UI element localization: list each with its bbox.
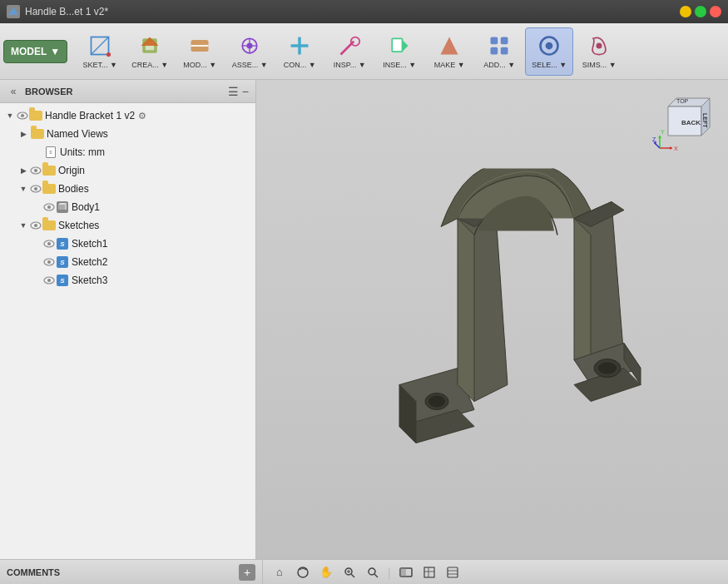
tree-item-sketch3[interactable]: S Sketch3: [30, 271, 255, 290]
toolbar-create-button[interactable]: CREA... ▼: [126, 27, 174, 76]
browser-header: « BROWSER ☰ −: [0, 80, 255, 103]
named-views-arrow: ▶: [17, 127, 30, 141]
svg-point-39: [34, 224, 37, 227]
select-label: SELE... ▼: [532, 62, 567, 70]
window-controls: [680, 6, 721, 17]
addins-label: ADD... ▼: [483, 62, 515, 70]
sketch3-sketch-icon: S: [55, 274, 70, 287]
toolbar-inspect-button[interactable]: INSP... ▼: [325, 27, 374, 76]
tree-item-named-views[interactable]: ▶ Named Views: [17, 125, 255, 143]
create-label: CREA... ▼: [131, 62, 168, 70]
sketch3-label: Sketch3: [72, 275, 107, 286]
view-options-button[interactable]: [443, 562, 463, 582]
toolbar-modify-button[interactable]: MOD... ▼: [176, 27, 224, 76]
svg-point-28: [21, 114, 24, 117]
toolbar-make-button[interactable]: MAKE ▼: [425, 27, 473, 76]
browser-tree: ▼ Handle Bracket 1 v2 ⚙ ▶ Named Views: [0, 103, 255, 559]
make-label: MAKE ▼: [434, 62, 465, 70]
orbit-button[interactable]: [293, 562, 313, 582]
body1-body-icon: [55, 200, 70, 214]
svg-point-30: [34, 169, 37, 172]
toolbar-select-button[interactable]: SELE... ▼: [525, 27, 573, 76]
tree-item-sketch2[interactable]: S Sketch2: [30, 253, 255, 271]
root-settings-icon[interactable]: ⚙: [138, 111, 146, 121]
toolbar-assemble-button[interactable]: ASSE... ▼: [225, 27, 274, 76]
units-label: Units: mm: [60, 146, 105, 158]
svg-point-25: [546, 42, 553, 50]
svg-point-34: [47, 205, 51, 209]
sketch2-label: Sketch2: [72, 256, 107, 268]
minimize-button[interactable]: [680, 6, 691, 17]
svg-rect-84: [424, 567, 434, 577]
toolbar: MODEL ▼ SKET... ▼ CREA... ▼: [0, 23, 728, 80]
named-views-label: Named Views: [47, 128, 108, 140]
toolbar-simulate-button[interactable]: SIMS... ▼: [575, 27, 623, 76]
tree-item-root[interactable]: ▼ Handle Bracket 1 v2 ⚙: [3, 106, 255, 125]
svg-marker-67: [574, 219, 591, 377]
tree-item-bodies[interactable]: ▼ Bodies: [17, 180, 255, 198]
home-view-button[interactable]: ⌂: [270, 562, 290, 582]
body1-arrow-spacer: [30, 200, 43, 214]
close-button[interactable]: [710, 6, 721, 17]
tree-item-units[interactable]: ≡ Units: mm: [30, 143, 255, 161]
root-eye-icon[interactable]: [17, 110, 28, 121]
sketch1-eye-icon[interactable]: [43, 238, 55, 250]
tree-item-sketch1[interactable]: S Sketch1: [30, 235, 255, 253]
toolbar-sketch-button[interactable]: SKET... ▼: [76, 27, 124, 76]
sketch-label: SKET... ▼: [83, 62, 117, 70]
select-icon: [536, 32, 562, 59]
tree-item-body1[interactable]: Body1: [30, 198, 255, 216]
root-folder-icon: [28, 109, 43, 122]
viewport-tools: ⌂ ✋ |: [263, 562, 721, 582]
model-dropdown-icon: ▼: [50, 46, 60, 57]
tree-item-origin[interactable]: ▶ Origin: [17, 161, 255, 180]
origin-eye-icon[interactable]: [30, 165, 42, 176]
zoom-button[interactable]: [363, 562, 383, 582]
viewcube-right-label: LEFT: [702, 113, 708, 128]
sketch1-arrow-spacer: [30, 237, 43, 250]
pan-button[interactable]: ✋: [316, 562, 336, 582]
body1-eye-icon[interactable]: [43, 201, 55, 213]
insert-icon: [386, 32, 413, 59]
svg-line-2: [92, 37, 109, 55]
viewcube-svg: BACK LEFT TOP X Y Z: [651, 90, 718, 156]
viewcube[interactable]: BACK LEFT TOP X Y Z: [651, 90, 718, 156]
comments-section: COMMENTS +: [7, 560, 263, 584]
maximize-button[interactable]: [695, 6, 706, 17]
sketch3-eye-icon[interactable]: [43, 275, 55, 286]
grid-button[interactable]: [419, 562, 439, 582]
create-icon: [136, 32, 163, 59]
toolbar-addins-button[interactable]: ADD... ▼: [475, 27, 523, 76]
browser-collapse-button[interactable]: «: [7, 85, 20, 98]
svg-rect-22: [491, 47, 498, 55]
handle-bracket-svg: [349, 169, 682, 468]
svg-rect-87: [448, 567, 458, 577]
svg-marker-0: [8, 7, 18, 15]
fit-to-screen-button[interactable]: [339, 562, 359, 582]
viewport[interactable]: BACK LEFT TOP X Y Z: [256, 80, 728, 559]
bodies-eye-icon[interactable]: [30, 183, 42, 195]
toolbar-insert-button[interactable]: INSE... ▼: [375, 27, 423, 76]
window-title: Handle B...et 1 v2*: [25, 6, 675, 17]
browser-controls: ☰ −: [228, 85, 249, 98]
browser-title: BROWSER: [25, 87, 223, 97]
display-mode-button[interactable]: [396, 562, 416, 582]
sketches-arrow: ▼: [17, 219, 30, 232]
bodies-label: Bodies: [58, 183, 89, 195]
toolbar-construct-button[interactable]: CON... ▼: [275, 27, 324, 76]
svg-point-62: [428, 396, 445, 408]
browser-menu-button[interactable]: ☰: [228, 85, 239, 98]
origin-label: Origin: [58, 165, 85, 176]
bottom-bar: COMMENTS + ⌂ ✋ |: [0, 559, 728, 584]
svg-point-80: [369, 568, 375, 575]
svg-rect-20: [491, 37, 498, 45]
sketches-eye-icon[interactable]: [30, 220, 42, 231]
tree-item-sketches[interactable]: ▼ Sketches: [17, 216, 255, 235]
construct-label: CON... ▼: [284, 62, 316, 70]
svg-point-3: [106, 52, 111, 57]
add-comment-button[interactable]: +: [239, 564, 255, 581]
sketch2-eye-icon[interactable]: [43, 256, 55, 268]
model-mode-button[interactable]: MODEL ▼: [3, 40, 67, 63]
browser-close-button[interactable]: −: [242, 85, 249, 98]
sketch1-label: Sketch1: [72, 238, 107, 250]
